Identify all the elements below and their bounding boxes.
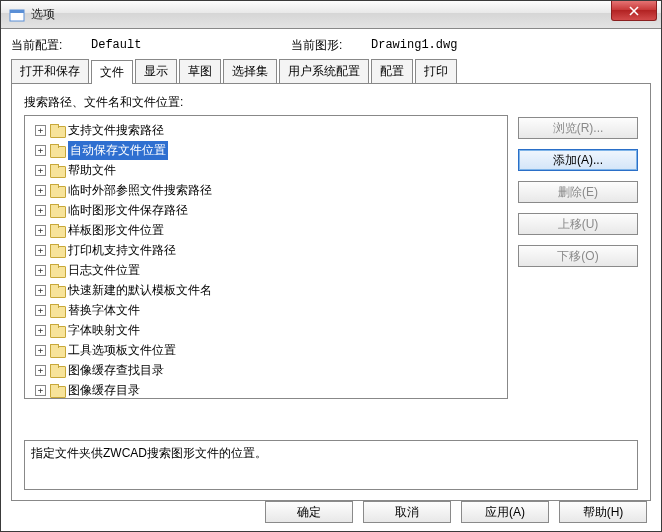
expand-icon[interactable]: + [35,285,46,296]
folder-icon [50,284,64,296]
tree-item-label: 自动保存文件位置 [68,141,168,160]
options-dialog: 选项 当前配置: Default 当前图形: Drawing1.dwg 打开和保… [0,0,662,532]
folder-icon [50,364,64,376]
tab-user-config[interactable]: 用户系统配置 [279,59,369,83]
tree-item-label: 帮助文件 [68,162,116,179]
folder-icon [50,164,64,176]
file-tree[interactable]: +支持文件搜索路径+自动保存文件位置+帮助文件+临时外部参照文件搜索路径+临时图… [24,115,508,399]
current-config-label: 当前配置: [11,37,91,54]
tree-item[interactable]: +快速新建的默认模板文件名 [27,280,505,300]
expand-icon[interactable]: + [35,325,46,336]
expand-icon[interactable]: + [35,265,46,276]
expand-icon[interactable]: + [35,305,46,316]
folder-icon [50,204,64,216]
moveup-button[interactable]: 上移(U) [518,213,638,235]
tree-item-label: 快速新建的默认模板文件名 [68,282,212,299]
tab-open-save[interactable]: 打开和保存 [11,59,89,83]
folder-icon [50,124,64,136]
tab-panel: 搜索路径、文件名和文件位置: +支持文件搜索路径+自动保存文件位置+帮助文件+临… [11,83,651,501]
expand-icon[interactable]: + [35,225,46,236]
tab-plot[interactable]: 打印 [415,59,457,83]
current-drawing-label: 当前图形: [291,37,371,54]
tree-item[interactable]: +支持文件搜索路径 [27,120,505,140]
tree-item-label: 图像缓存查找目录 [68,362,164,379]
section-label: 搜索路径、文件名和文件位置: [24,94,638,111]
tab-drafting[interactable]: 草图 [179,59,221,83]
bottom-buttons: 确定 取消 应用(A) 帮助(H) [265,501,647,523]
expand-icon[interactable]: + [35,345,46,356]
content-area: 当前配置: Default 当前图形: Drawing1.dwg 打开和保存 文… [1,29,661,501]
movedown-button[interactable]: 下移(O) [518,245,638,267]
description-text: 指定文件夹供ZWCAD搜索图形文件的位置。 [31,446,267,460]
folder-icon [50,184,64,196]
current-drawing-value: Drawing1.dwg [371,38,457,52]
tree-item[interactable]: +图像缓存查找目录 [27,360,505,380]
tree-item-label: 支持文件搜索路径 [68,122,164,139]
expand-icon[interactable]: + [35,185,46,196]
expand-icon[interactable]: + [35,125,46,136]
tree-item[interactable]: +自动保存文件位置 [27,140,505,160]
cancel-button[interactable]: 取消 [363,501,451,523]
titlebar: 选项 [1,1,661,29]
tab-display[interactable]: 显示 [135,59,177,83]
tree-item[interactable]: +字体映射文件 [27,320,505,340]
config-row: 当前配置: Default 当前图形: Drawing1.dwg [11,35,651,55]
folder-icon [50,224,64,236]
tree-item-label: 字体映射文件 [68,322,140,339]
browse-button[interactable]: 浏览(R)... [518,117,638,139]
tab-profiles[interactable]: 配置 [371,59,413,83]
tree-item-label: 样板图形文件位置 [68,222,164,239]
folder-icon [50,264,64,276]
folder-icon [50,244,64,256]
side-buttons: 浏览(R)... 添加(A)... 删除(E) 上移(U) 下移(O) [518,115,638,430]
tree-item[interactable]: +工具选项板文件位置 [27,340,505,360]
tree-item[interactable]: +替换字体文件 [27,300,505,320]
tab-selection[interactable]: 选择集 [223,59,277,83]
expand-icon[interactable]: + [35,165,46,176]
tree-item-label: 替换字体文件 [68,302,140,319]
tree-item-label: 工具选项板文件位置 [68,342,176,359]
tab-files[interactable]: 文件 [91,60,133,84]
app-icon [9,7,25,23]
tree-item[interactable]: +日志文件位置 [27,260,505,280]
tree-item-label: 临时图形文件保存路径 [68,202,188,219]
folder-icon [50,304,64,316]
tree-item[interactable]: +图像缓存目录 [27,380,505,399]
expand-icon[interactable]: + [35,365,46,376]
expand-icon[interactable]: + [35,245,46,256]
description-box: 指定文件夹供ZWCAD搜索图形文件的位置。 [24,440,638,490]
expand-icon[interactable]: + [35,205,46,216]
current-config-value: Default [91,38,291,52]
help-button[interactable]: 帮助(H) [559,501,647,523]
delete-button[interactable]: 删除(E) [518,181,638,203]
tree-item[interactable]: +临时图形文件保存路径 [27,200,505,220]
tree-item-label: 日志文件位置 [68,262,140,279]
tree-item-label: 临时外部参照文件搜索路径 [68,182,212,199]
ok-button[interactable]: 确定 [265,501,353,523]
tree-item[interactable]: +打印机支持文件路径 [27,240,505,260]
folder-icon [50,384,64,396]
folder-icon [50,344,64,356]
tab-strip: 打开和保存 文件 显示 草图 选择集 用户系统配置 配置 打印 [11,59,651,83]
expand-icon[interactable]: + [35,145,46,156]
apply-button[interactable]: 应用(A) [461,501,549,523]
folder-icon [50,324,64,336]
svg-rect-1 [10,10,24,13]
expand-icon[interactable]: + [35,385,46,396]
close-button[interactable] [611,1,657,21]
tree-item[interactable]: +临时外部参照文件搜索路径 [27,180,505,200]
folder-icon [50,144,64,156]
tree-item-label: 打印机支持文件路径 [68,242,176,259]
tree-item[interactable]: +帮助文件 [27,160,505,180]
add-button[interactable]: 添加(A)... [518,149,638,171]
tree-item-label: 图像缓存目录 [68,382,140,399]
window-title: 选项 [31,6,55,23]
tree-item[interactable]: +样板图形文件位置 [27,220,505,240]
